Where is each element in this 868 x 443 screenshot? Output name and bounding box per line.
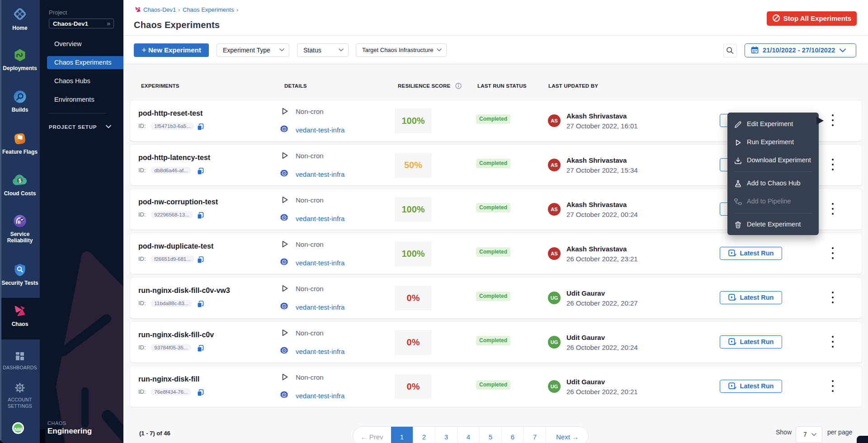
svg-text:$: $	[19, 178, 22, 184]
